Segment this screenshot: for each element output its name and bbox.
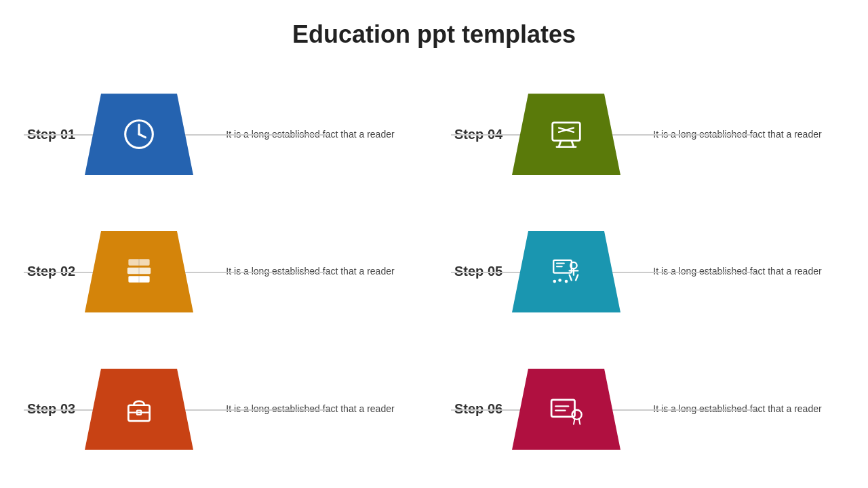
step-item-5: Step 03 It is a long established fact th… (27, 344, 414, 474)
svg-line-4 (559, 141, 561, 147)
page: Education ppt templates Step 01 It is a … (0, 0, 868, 488)
step-shape-1 (85, 94, 193, 175)
step-item-3: Step 02 It is a long established fact th… (27, 207, 414, 338)
page-title: Education ppt templates (292, 20, 576, 49)
svg-line-22 (576, 275, 578, 281)
svg-rect-3 (553, 123, 580, 141)
step-trapezoid-5 (85, 369, 193, 450)
svg-point-24 (565, 280, 568, 283)
svg-line-21 (570, 275, 572, 281)
svg-line-2 (139, 134, 145, 138)
step-trapezoid-2 (512, 94, 620, 175)
svg-rect-29 (551, 400, 574, 417)
step-trapezoid-4 (512, 231, 620, 312)
svg-line-32 (579, 419, 580, 424)
step-shape-2 (512, 94, 620, 175)
svg-point-30 (572, 409, 582, 419)
step-item-4: Step 05 It is a long established fact th… (454, 207, 841, 338)
steps-grid: Step 01 It is a long established fact th… (27, 69, 841, 474)
step-item-2: Step 04 It is a long established fact th… (454, 69, 841, 200)
step-item-1: Step 01 It is a long established fact th… (27, 69, 414, 200)
step-trapezoid-3 (85, 231, 193, 312)
step-shape-3 (85, 231, 193, 312)
svg-point-23 (558, 279, 561, 282)
step-trapezoid-6 (512, 369, 620, 450)
step-shape-5 (85, 369, 193, 450)
svg-point-25 (553, 280, 556, 283)
step-item-6: Step 06 It is a long established fact th… (454, 344, 841, 474)
step-shape-6 (512, 369, 620, 450)
svg-line-5 (572, 141, 574, 147)
step-shape-4 (512, 231, 620, 312)
step-trapezoid-1 (85, 94, 193, 175)
svg-line-31 (574, 419, 575, 424)
